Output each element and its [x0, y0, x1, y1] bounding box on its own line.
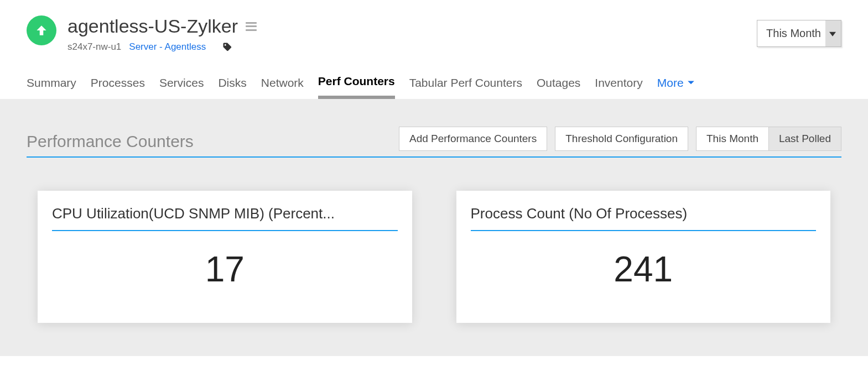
chevron-down-icon — [687, 80, 695, 86]
counter-card-title: CPU Utilization(UCD SNMP MIB) (Percent..… — [52, 205, 398, 231]
more-label: More — [657, 76, 684, 90]
counter-card: Process Count (No Of Processes)241 — [456, 191, 831, 323]
counter-card-title: Process Count (No Of Processes) — [471, 205, 817, 231]
tabs: SummaryProcessesServicesDisksNetworkPerf… — [0, 53, 868, 99]
toggle-last-polled[interactable]: Last Polled — [768, 127, 841, 150]
add-perf-counters-button[interactable]: Add Performance Counters — [399, 127, 547, 151]
toggle-group: This Month Last Polled — [696, 127, 841, 151]
header: agentless-US-Zylker s24x7-nw-u1 Server -… — [0, 0, 868, 53]
host-id: s24x7-nw-u1 — [67, 41, 121, 53]
section-header: Performance Counters Add Performance Cou… — [27, 127, 841, 158]
counter-card-value: 241 — [471, 249, 817, 290]
tab-tabular-perf-counters[interactable]: Tabular Perf Counters — [409, 76, 522, 97]
server-type-link[interactable]: Server - Agentless — [129, 41, 206, 53]
tab-summary[interactable]: Summary — [27, 76, 76, 97]
tab-disks[interactable]: Disks — [218, 76, 246, 97]
toggle-this-month[interactable]: This Month — [697, 127, 768, 150]
tab-services[interactable]: Services — [159, 76, 204, 97]
threshold-config-button[interactable]: Threshold Configuration — [555, 127, 688, 151]
cards: CPU Utilization(UCD SNMP MIB) (Percent..… — [27, 191, 841, 323]
header-left: agentless-US-Zylker s24x7-nw-u1 Server -… — [27, 15, 257, 53]
tab-more[interactable]: More — [657, 76, 695, 97]
content: Performance Counters Add Performance Cou… — [0, 99, 868, 356]
counter-card-value: 17 — [52, 249, 398, 290]
section-actions: Add Performance Counters Threshold Confi… — [399, 127, 841, 151]
counter-card: CPU Utilization(UCD SNMP MIB) (Percent..… — [38, 191, 412, 323]
tab-processes[interactable]: Processes — [91, 76, 145, 97]
time-range-select[interactable]: This Month — [757, 20, 841, 47]
hamburger-icon[interactable] — [246, 22, 257, 31]
section-title: Performance Counters — [27, 132, 194, 151]
tab-inventory[interactable]: Inventory — [595, 76, 642, 97]
tab-perf-counters[interactable]: Perf Counters — [318, 75, 395, 99]
tab-outages[interactable]: Outages — [537, 76, 580, 97]
tab-network[interactable]: Network — [261, 76, 304, 97]
status-up-icon — [27, 15, 56, 45]
sub-row: s24x7-nw-u1 Server - Agentless — [67, 41, 257, 53]
tag-icon[interactable] — [222, 42, 232, 52]
title-row: agentless-US-Zylker — [67, 15, 257, 37]
title-block: agentless-US-Zylker s24x7-nw-u1 Server -… — [67, 15, 257, 53]
page-title: agentless-US-Zylker — [67, 15, 238, 37]
time-range-value: This Month — [766, 27, 821, 39]
